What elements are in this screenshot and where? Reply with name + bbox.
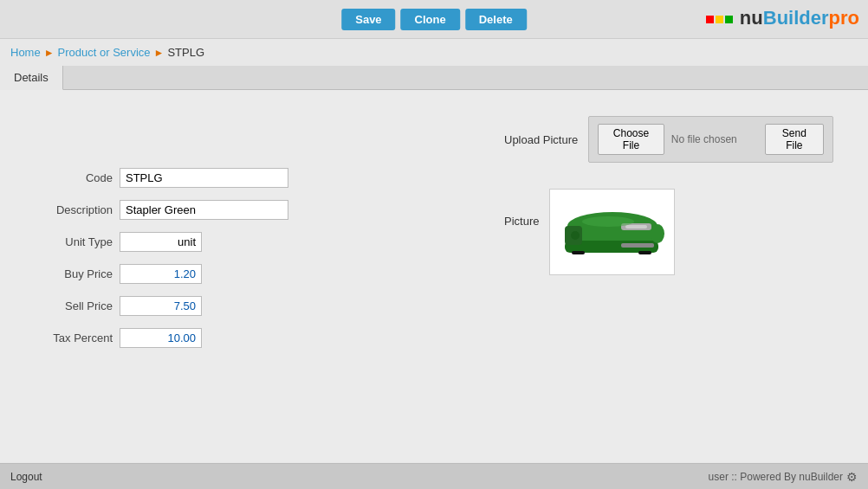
footer-text: user :: Powered By nuBuilder	[709, 471, 843, 483]
logo-pro: pro	[829, 7, 859, 29]
gear-icon[interactable]: ⚙	[846, 470, 858, 484]
form-left: Code Description Unit Type Buy Price Sel	[35, 116, 470, 348]
code-row: Code	[35, 168, 470, 188]
picture-section: Picture	[504, 189, 833, 275]
logo: nuBuilderpro	[706, 7, 859, 29]
buy-price-row: Buy Price	[35, 264, 470, 284]
sell-price-row: Sell Price	[35, 296, 470, 316]
stapler-image	[556, 196, 669, 269]
svg-rect-10	[638, 251, 651, 254]
form-area: Code Description Unit Type Buy Price Sel	[0, 107, 868, 357]
picture-label: Picture	[504, 189, 539, 228]
description-row: Description	[35, 200, 470, 220]
upload-box: Choose File No file chosen Send File	[588, 116, 833, 163]
form-right: Upload Picture Choose File No file chose…	[504, 116, 833, 348]
description-label: Description	[35, 203, 113, 216]
choose-file-button[interactable]: Choose File	[598, 124, 664, 155]
logo-nu: nu	[740, 7, 763, 29]
logout-link[interactable]: Logout	[10, 471, 42, 483]
tax-percent-row: Tax Percent	[35, 328, 470, 348]
field-rows: Code Description Unit Type Buy Price Sel	[35, 168, 470, 348]
logo-box-yellow	[716, 16, 723, 23]
save-button[interactable]: Save	[341, 9, 395, 30]
description-input[interactable]	[120, 200, 288, 220]
tabs-bar: Details	[0, 66, 868, 90]
logo-box-green	[725, 16, 733, 23]
top-bar: Save Clone Delete nuBuilderpro	[0, 0, 868, 39]
code-input[interactable]	[120, 168, 288, 188]
unit-type-label: Unit Type	[35, 235, 113, 248]
tax-percent-input[interactable]	[120, 328, 202, 348]
tab-details[interactable]: Details	[0, 66, 63, 90]
svg-point-3	[651, 224, 664, 243]
breadcrumb-home[interactable]: Home	[10, 46, 41, 59]
buy-price-label: Buy Price	[35, 267, 113, 280]
breadcrumb: Home ► Product or Service ► STPLG	[0, 39, 868, 66]
breadcrumb-arrow-2: ►	[154, 47, 165, 59]
clone-button[interactable]: Clone	[401, 9, 460, 30]
svg-point-11	[582, 216, 634, 227]
no-file-text: No file chosen	[671, 133, 749, 145]
footer-right: user :: Powered By nuBuilder ⚙	[709, 470, 858, 484]
breadcrumb-arrow-1: ►	[44, 47, 55, 59]
unit-type-row: Unit Type	[35, 232, 470, 252]
tax-percent-label: Tax Percent	[35, 331, 113, 344]
logo-boxes	[706, 16, 733, 23]
svg-rect-5	[621, 243, 654, 248]
svg-point-8	[571, 231, 580, 240]
unit-type-input[interactable]	[120, 232, 202, 252]
code-label: Code	[35, 171, 113, 184]
picture-frame	[549, 189, 675, 275]
main-content: Code Description Unit Type Buy Price Sel	[0, 90, 868, 462]
delete-button[interactable]: Delete	[465, 9, 527, 30]
toolbar-buttons: Save Clone Delete	[341, 9, 527, 30]
upload-section: Upload Picture Choose File No file chose…	[504, 116, 833, 163]
buy-price-input[interactable]	[120, 264, 202, 284]
logo-box-red	[706, 16, 714, 23]
upload-label: Upload Picture	[504, 133, 578, 146]
sell-price-label: Sell Price	[35, 299, 113, 312]
svg-rect-9	[572, 251, 585, 254]
logo-builder: Builder	[763, 7, 829, 29]
sell-price-input[interactable]	[120, 296, 202, 316]
svg-rect-7	[625, 225, 647, 228]
breadcrumb-current: STPLG	[167, 46, 204, 59]
send-file-button[interactable]: Send File	[765, 124, 824, 155]
footer: Logout user :: Powered By nuBuilder ⚙	[0, 463, 868, 489]
breadcrumb-product-service[interactable]: Product or Service	[58, 46, 151, 59]
